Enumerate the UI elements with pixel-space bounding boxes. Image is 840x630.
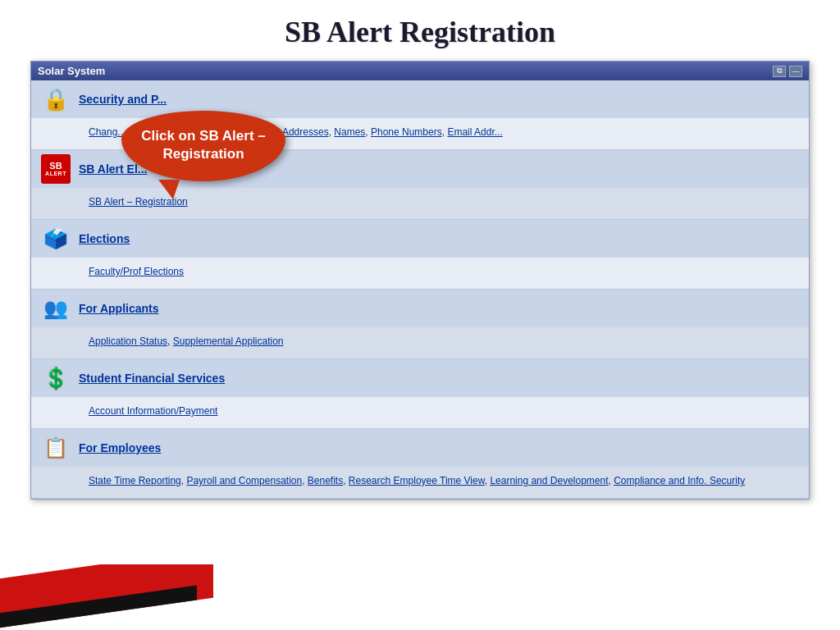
employees-benefits-link[interactable]: Benefits	[308, 475, 343, 486]
applicants-supplemental-link[interactable]: Supplemental Application	[173, 336, 284, 347]
employees-links: State Time Reporting, Payroll and Compen…	[41, 472, 799, 491]
financial-icon: 💲	[41, 363, 71, 393]
sb-alert-links: SB Alert – Registration	[41, 193, 799, 212]
elections-title-link[interactable]: Elections	[79, 232, 130, 245]
sb-alert-icon: SB ALERT	[41, 154, 71, 184]
employees-learning-link[interactable]: Learning and Development	[490, 475, 608, 486]
employees-title-link[interactable]: For Employees	[79, 441, 161, 454]
section-employees: 📋 For Employees State Time Reporting, Pa…	[31, 429, 809, 499]
security-link-change[interactable]: Chang...	[89, 126, 126, 138]
security-link-phone[interactable]: Phone Numbers	[371, 126, 442, 138]
section-elections: 🗳️ Elections Faculty/Prof Elections	[31, 220, 809, 290]
elections-faculty-link[interactable]: Faculty/Prof Elections	[89, 266, 184, 277]
window-title: Solar System	[38, 65, 105, 77]
applicants-icon: 👥	[41, 294, 71, 323]
financial-title-link[interactable]: Student Financial Services	[79, 372, 225, 385]
employees-compliance-link[interactable]: Compliance and Info. Security	[614, 475, 745, 486]
employees-icon: 📋	[41, 433, 71, 463]
employees-payroll-link[interactable]: Payroll and Compensation	[186, 475, 302, 486]
security-link-names[interactable]: Names	[334, 126, 365, 138]
security-link-addresses[interactable]: Addresses	[282, 126, 329, 138]
applicants-links: Application Status, Supplemental Applica…	[41, 332, 799, 352]
applicants-title-link[interactable]: For Applicants	[79, 302, 159, 315]
security-link-email[interactable]: Email Addr...	[447, 126, 502, 138]
page-title: SB Alert Registration	[0, 0, 840, 61]
applicants-status-link[interactable]: Application Status	[89, 336, 167, 347]
section-financial-header: 💲 Student Financial Services	[31, 359, 809, 397]
elections-links: Faculty/Prof Elections	[41, 262, 799, 282]
window-titlebar: Solar System ⧉ —	[31, 62, 809, 80]
employees-research-link[interactable]: Research Employee Time View	[349, 475, 485, 486]
minimize-button[interactable]: —	[789, 66, 802, 77]
tooltip-text: Click on SB Alert – Registration	[141, 128, 265, 162]
financial-account-link[interactable]: Account Information/Payment	[89, 405, 217, 417]
section-applicants: 👥 For Applicants Application Status, Sup…	[31, 290, 809, 359]
security-title-link[interactable]: Security and P...	[79, 93, 167, 106]
section-applicants-header: 👥 For Applicants	[31, 290, 809, 327]
section-financial: 💲 Student Financial Services Account Inf…	[31, 359, 809, 429]
employees-time-reporting-link[interactable]: State Time Reporting	[89, 475, 181, 486]
bottom-decoration	[0, 564, 246, 630]
financial-links: Account Information/Payment	[41, 402, 799, 422]
restore-button[interactable]: ⧉	[773, 66, 786, 77]
section-elections-header: 🗳️ Elections	[31, 220, 809, 258]
window-controls: ⧉ —	[773, 66, 802, 77]
section-security-header: 🔒 Security and P...	[31, 80, 809, 118]
elections-icon: 🗳️	[41, 224, 71, 253]
section-employees-header: 📋 For Employees	[31, 429, 809, 467]
sb-alert-title-link[interactable]: SB Alert El...	[79, 162, 148, 176]
safe-icon: 🔒	[41, 84, 71, 114]
